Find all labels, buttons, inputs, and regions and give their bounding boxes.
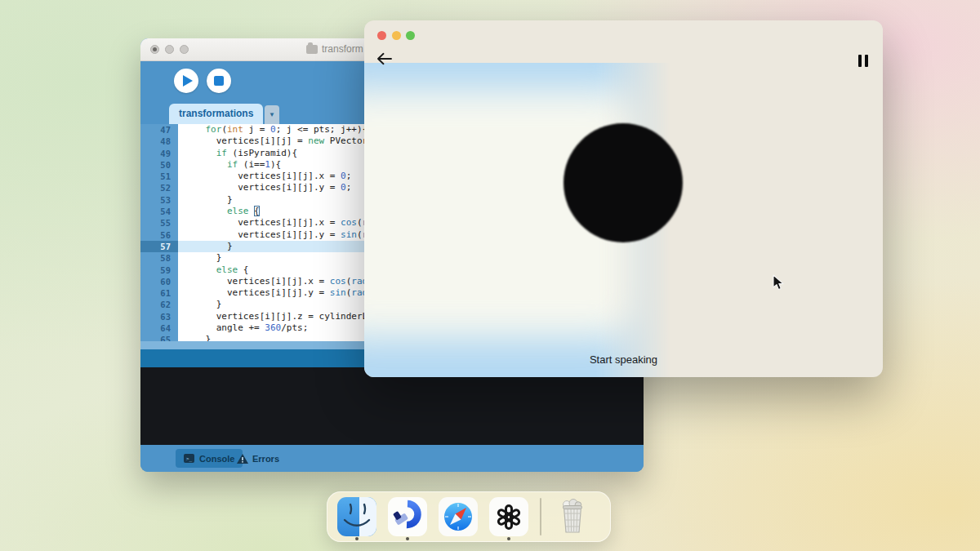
line-number: 56 xyxy=(140,229,178,241)
line-number: 62 xyxy=(140,299,178,310)
dock-item-processing[interactable] xyxy=(388,497,427,541)
zoom-button[interactable] xyxy=(180,45,189,54)
run-button[interactable] xyxy=(174,69,198,93)
finder-icon xyxy=(337,497,376,536)
console-output xyxy=(140,367,644,445)
dock xyxy=(327,491,611,542)
line-number: 58 xyxy=(140,252,178,264)
stop-button[interactable] xyxy=(207,69,231,93)
trash-icon xyxy=(553,497,592,536)
chatgpt-voice-window: Start speaking xyxy=(364,20,883,377)
pause-button[interactable] xyxy=(858,55,868,67)
dock-item-trash[interactable] xyxy=(553,497,592,541)
line-number: 61 xyxy=(140,287,178,299)
line-number: 51 xyxy=(140,171,178,182)
safari-icon xyxy=(439,497,478,536)
desktop: transform transformations ▼ 47 for(int j… xyxy=(0,0,980,551)
line-number: 54 xyxy=(140,206,178,217)
chevron-down-icon: ▼ xyxy=(269,111,275,118)
line-number: 47 xyxy=(140,124,178,136)
warning-icon xyxy=(237,454,248,464)
line-number: 57 xyxy=(140,241,178,252)
back-arrow-icon xyxy=(376,51,394,66)
tab-console[interactable]: >_ Console xyxy=(176,449,243,468)
footer-bar: >_ Console Errors xyxy=(140,445,644,472)
window-title: transform xyxy=(306,43,363,55)
errors-tab-label: Errors xyxy=(252,454,279,464)
tab-errors[interactable]: Errors xyxy=(237,449,279,468)
tab-dropdown-button[interactable]: ▼ xyxy=(265,105,279,124)
line-number: 63 xyxy=(140,311,178,322)
line-number: 64 xyxy=(140,322,178,334)
window-title-text: transform xyxy=(322,43,363,55)
line-number: 50 xyxy=(140,159,178,171)
pause-icon xyxy=(858,55,862,67)
close-button[interactable] xyxy=(377,31,386,40)
line-number: 49 xyxy=(140,148,178,159)
chatgpt-icon xyxy=(489,497,528,536)
minimize-button[interactable] xyxy=(392,31,401,40)
play-icon xyxy=(183,75,193,87)
terminal-icon: >_ xyxy=(184,454,194,463)
sketch-tab-label: transformations xyxy=(179,108,253,119)
back-button[interactable] xyxy=(376,51,395,71)
line-number: 59 xyxy=(140,264,178,276)
document-icon xyxy=(306,45,318,54)
sketch-tab[interactable]: transformations xyxy=(169,104,263,124)
console-tab-label: Console xyxy=(199,454,234,464)
voice-orb xyxy=(564,123,683,242)
line-number: 60 xyxy=(140,276,178,287)
processing-icon xyxy=(388,497,427,536)
line-number: 55 xyxy=(140,217,178,229)
dock-item-finder[interactable] xyxy=(337,497,376,541)
zoom-button[interactable] xyxy=(406,31,415,40)
status-label: Start speaking xyxy=(364,353,883,366)
line-number: 52 xyxy=(140,182,178,193)
line-number: 65 xyxy=(140,334,178,341)
stop-icon xyxy=(214,76,224,86)
line-number: 53 xyxy=(140,194,178,206)
minimize-button[interactable] xyxy=(165,45,174,54)
dock-separator xyxy=(540,498,541,535)
mouse-cursor xyxy=(773,274,786,292)
close-button[interactable] xyxy=(150,45,159,54)
dock-item-safari[interactable] xyxy=(439,497,478,541)
line-number: 48 xyxy=(140,136,178,147)
dock-item-chatgpt[interactable] xyxy=(489,497,528,541)
